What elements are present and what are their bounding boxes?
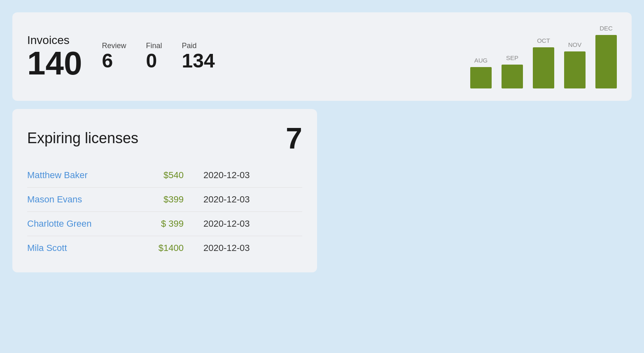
chart-column: NOV	[564, 41, 586, 88]
license-date: 2020-12-03	[203, 243, 250, 253]
stat-value: 6	[102, 50, 113, 72]
chart-area: AUGSEPOCTNOVDEC	[215, 25, 617, 88]
stat-label: Paid	[182, 42, 197, 50]
chart-month-label: DEC	[600, 25, 613, 32]
license-row: Mason Evans$3992020-12-03	[27, 187, 302, 211]
licenses-list: Matthew Baker$5402020-12-03Mason Evans$3…	[27, 163, 302, 260]
stat-value: 134	[182, 50, 215, 72]
license-amount: $399	[134, 194, 184, 205]
license-amount: $1400	[134, 243, 184, 253]
licenses-title: Expiring licenses	[27, 130, 138, 147]
stat-label: Review	[102, 42, 126, 50]
license-name[interactable]: Matthew Baker	[27, 170, 134, 181]
invoices-main: Invoices 140 Review6Final0Paid134	[27, 33, 215, 80]
license-date: 2020-12-03	[203, 194, 250, 205]
chart-bar	[502, 65, 523, 88]
invoices-total-block: Invoices 140	[27, 33, 82, 80]
stat-block: Final0	[146, 42, 162, 72]
license-row: Matthew Baker$5402020-12-03	[27, 163, 302, 187]
chart-column: AUG	[470, 57, 492, 88]
licenses-header: Expiring licenses 7	[27, 121, 302, 155]
invoices-total: 140	[27, 47, 82, 80]
chart-month-label: NOV	[568, 41, 582, 48]
license-amount: $540	[134, 170, 184, 181]
chart-column: OCT	[533, 37, 554, 88]
stat-block: Paid134	[182, 42, 215, 72]
stat-block: Review6	[102, 42, 126, 72]
chart-month-label: OCT	[537, 37, 550, 44]
stat-label: Final	[146, 42, 162, 50]
licenses-count: 7	[286, 121, 302, 155]
license-row: Mila Scott$14002020-12-03	[27, 236, 302, 260]
stat-value: 0	[146, 50, 157, 72]
chart-bar	[564, 51, 586, 88]
chart-bar	[470, 67, 492, 88]
license-row: Charlotte Green$ 3992020-12-03	[27, 211, 302, 236]
license-date: 2020-12-03	[203, 170, 250, 181]
licenses-card: Expiring licenses 7 Matthew Baker$540202…	[12, 109, 317, 272]
invoices-stats: Review6Final0Paid134	[102, 42, 215, 72]
chart-column: SEP	[502, 54, 523, 88]
invoices-card: Invoices 140 Review6Final0Paid134 AUGSEP…	[12, 12, 632, 101]
license-name[interactable]: Charlotte Green	[27, 218, 134, 229]
license-name[interactable]: Mason Evans	[27, 194, 134, 205]
chart-month-label: SEP	[506, 54, 518, 61]
license-amount: $ 399	[134, 218, 184, 229]
license-date: 2020-12-03	[203, 218, 250, 229]
chart-month-label: AUG	[474, 57, 488, 64]
chart-column: DEC	[595, 25, 617, 88]
license-name[interactable]: Mila Scott	[27, 243, 134, 253]
chart-bar	[533, 47, 554, 88]
chart-bar	[595, 35, 617, 88]
